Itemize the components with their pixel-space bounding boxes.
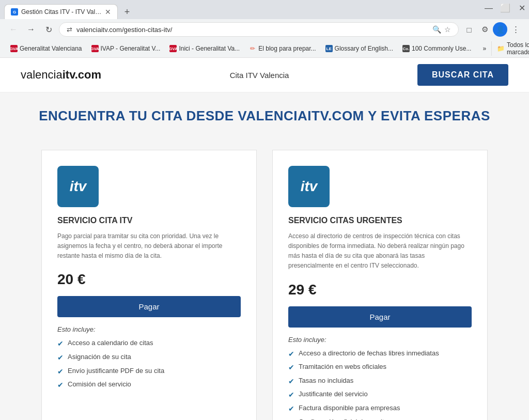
logo-light-text: valencia (21, 68, 63, 81)
site-hero: ENCUENTRA TU CITA DESDE VALENCIAITV.COM … (0, 92, 529, 139)
minimize-button[interactable]: — (481, 1, 496, 15)
site-nav: Cita ITV Valencia (101, 71, 417, 80)
site-info-icon: ⇄ (67, 26, 72, 34)
tab-bar: G Gestión Citas ITV - ITV Valencia ✕ + —… (0, 0, 529, 19)
feature-item: ✔Asignación de su cita (57, 352, 241, 363)
bookmark-blog[interactable]: ✏ El blog para prepar... (245, 44, 320, 53)
bookmark-glossary[interactable]: LE Glossary of English... (321, 44, 397, 53)
includes-label-2: Esto incluye: (288, 336, 472, 344)
close-button[interactable]: ✕ (515, 1, 529, 15)
itv-logo-text-1: itv (70, 178, 87, 195)
forward-button[interactable]: → (24, 22, 38, 37)
user-profile-icon[interactable]: ⚙ (477, 22, 492, 37)
bookmark-le-icon: LE (325, 45, 333, 52)
services-section: itv SERVICIO CITA ITV Pago parcial para … (0, 139, 529, 420)
services-grid: itv SERVICIO CITA ITV Pago parcial para … (41, 150, 488, 420)
check-icon: ✔ (57, 380, 64, 391)
address-bar-row: ← → ↻ ⇄ valenciaitv.com/gestion-citas-it… (0, 19, 529, 40)
check-icon: ✔ (57, 367, 64, 377)
address-bar[interactable]: ⇄ valenciaitv.com/gestion-citas-itv/ 🔍 ☆ (59, 22, 459, 37)
site-header: valenciaitv.com Cita ITV Valencia BUSCAR… (0, 58, 529, 92)
bookmark-gva-icon-1: GVA (10, 45, 18, 52)
new-tab-button[interactable]: + (120, 5, 134, 19)
buscar-cita-button[interactable]: BUSCAR CITA (417, 64, 508, 86)
feature-item: ✔Justificante del servicio (288, 390, 472, 400)
bookmark-inici[interactable]: GVA Inici - Generalitat Va... (165, 44, 244, 53)
feature-item: ✔Comisión del servicio (57, 380, 241, 391)
check-icon: ✔ (288, 363, 294, 373)
feature-item: ✔Envío justificante PDF de su cita (57, 366, 241, 377)
logo-bold-text: itv.com (63, 68, 101, 81)
tab-favicon: G (11, 8, 18, 15)
check-icon: ✔ (57, 353, 64, 363)
bookmarks-bar: GVA Generalitat Valenciana GVA IVAP - Ge… (0, 40, 529, 58)
hero-title: ENCUENTRA TU CITA DESDE VALENCIAITV.COM … (21, 108, 508, 124)
bookmarks-more-button[interactable]: » (478, 44, 490, 53)
check-icon: ✔ (288, 404, 294, 414)
bookmark-label-1: Generalitat Valenciana (20, 45, 82, 52)
bookmark-label-6: 100 Commonly Use... (412, 45, 471, 52)
nav-label: Cita ITV Valencia (230, 71, 289, 80)
service-title-2: SERVICIO CITAS URGENTES (288, 215, 472, 226)
bookmark-label-4: El blog para prepar... (258, 45, 316, 52)
profile-button[interactable]: 👤 (493, 22, 507, 37)
maximize-button[interactable]: ⬜ (498, 1, 512, 15)
check-icon: ✔ (288, 349, 294, 360)
address-bar-icons: 🔍 ☆ (432, 25, 451, 34)
bookmark-ivap[interactable]: GVA IVAP - Generalitat V... (87, 44, 165, 53)
url-display: valenciaitv.com/gestion-citas-itv/ (76, 26, 428, 34)
service-card-cita-itv: itv SERVICIO CITA ITV Pago parcial para … (41, 150, 257, 420)
bookmarks-folder[interactable]: 📁 Todos los marcadores (491, 41, 529, 56)
folder-icon: 📁 (497, 45, 505, 52)
active-tab[interactable]: G Gestión Citas ITV - ITV Valencia ✕ (4, 4, 118, 19)
browser-window: G Gestión Citas ITV - ITV Valencia ✕ + —… (0, 0, 529, 420)
feature-item: ✔Factura disponible para empresas (288, 403, 472, 414)
pay-button-2[interactable]: Pagar (288, 306, 472, 328)
bookmark-label-2: IVAP - Generalitat V... (101, 45, 161, 52)
itv-logo-box-2: itv (288, 166, 330, 207)
bookmark-label-5: Glossary of English... (335, 45, 393, 52)
pay-button-1[interactable]: Pagar (57, 296, 241, 317)
service-price-1: 20 € (57, 271, 241, 288)
includes-label-1: Esto incluye: (57, 325, 241, 333)
bookmark-label-3: Inici - Generalitat Va... (179, 45, 240, 52)
bookmark-star-icon[interactable]: ☆ (444, 25, 451, 34)
feature-item: ✔Confirmación oficial de su cita (288, 417, 472, 420)
extensions-button[interactable]: □ (462, 22, 476, 37)
tab-title: Gestión Citas ITV - ITV Valencia (21, 8, 102, 15)
itv-logo-text-2: itv (301, 178, 318, 195)
itv-logo-box-1: itv (57, 166, 99, 207)
tab-close-button[interactable]: ✕ (105, 8, 111, 16)
bookmark-commonly[interactable]: Co. 100 Commonly Use... (398, 44, 475, 53)
bookmark-gva-icon-3: GVA (169, 45, 177, 52)
check-icon: ✔ (288, 390, 294, 400)
features-list-1: ✔Acceso a calendario de citas ✔Asignació… (57, 338, 241, 390)
website-content: valenciaitv.com Cita ITV Valencia BUSCAR… (0, 58, 529, 420)
bookmark-gva-icon-2: GVA (91, 45, 99, 52)
check-icon: ✔ (288, 418, 294, 420)
service-title-1: SERVICIO CITA ITV (57, 215, 241, 226)
feature-item: ✔Acceso a calendario de citas (57, 338, 241, 349)
site-logo: valenciaitv.com (21, 68, 101, 82)
window-controls: — ⬜ ✕ (481, 1, 529, 19)
feature-item: ✔Tasas no incluidas (288, 376, 472, 387)
search-icon[interactable]: 🔍 (432, 25, 441, 34)
check-icon: ✔ (57, 339, 64, 349)
service-card-urgentes: itv SERVICIO CITAS URGENTES Acceso al di… (272, 150, 488, 420)
service-desc-1: Pago parcial para tramitar su cita con p… (57, 231, 241, 261)
bookmarks-folder-label: Todos los marcadores (507, 41, 529, 56)
check-icon: ✔ (288, 377, 294, 387)
reload-button[interactable]: ↻ (41, 22, 56, 37)
bookmark-generalitat[interactable]: GVA Generalitat Valenciana (6, 44, 86, 53)
more-options-button[interactable]: ⋮ (508, 22, 523, 37)
feature-item: ✔Tramitación en webs oficiales (288, 362, 472, 373)
browser-actions: □ ⚙ 👤 ⋮ (462, 22, 523, 37)
bookmark-pencil-icon: ✏ (249, 45, 256, 52)
bookmark-co-icon: Co. (402, 45, 410, 52)
service-price-2: 29 € (288, 282, 472, 298)
features-list-2: ✔Acceso a directorio de fechas libres in… (288, 349, 472, 420)
back-button[interactable]: ← (6, 22, 21, 37)
feature-item: ✔Acceso a directorio de fechas libres in… (288, 349, 472, 360)
service-desc-2: Acceso al directorio de centros de inspe… (288, 231, 472, 271)
